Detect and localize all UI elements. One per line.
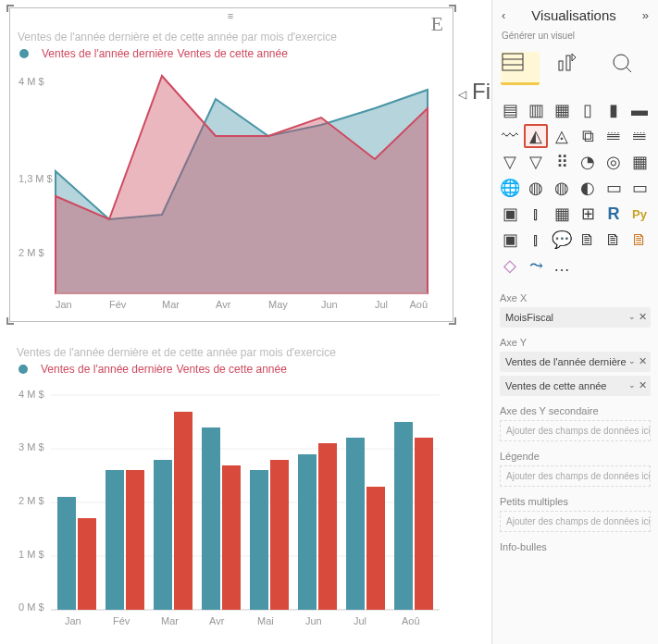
svg-rect-30: [250, 470, 268, 610]
bar-group-jan: [57, 497, 96, 610]
viz-stacked-bar2-icon[interactable]: ▦: [550, 98, 574, 122]
remove-field-icon[interactable]: ✕: [639, 311, 647, 323]
resize-handle-br[interactable]: [449, 317, 456, 325]
bar-group-jul: [346, 438, 385, 610]
viz-column2-icon[interactable]: ▮: [602, 98, 626, 122]
svg-text:Mai: Mai: [257, 615, 274, 626]
viz-decomp-icon[interactable]: ⫿: [524, 228, 548, 252]
bar-group-mar: [154, 412, 192, 610]
chevron-down-icon[interactable]: ⌄: [628, 356, 636, 365]
viz-waterfall2-icon[interactable]: ⩸: [627, 124, 652, 148]
resize-handle-tr[interactable]: [449, 5, 456, 12]
svg-text:1,3 M $: 1,3 M $: [19, 173, 53, 184]
svg-text:Jan: Jan: [65, 615, 81, 626]
viz-paginated2-icon[interactable]: 🗎: [602, 228, 626, 252]
svg-rect-33: [318, 443, 337, 610]
chevron-down-icon[interactable]: ⌄: [628, 380, 636, 390]
filters-collapse-icon[interactable]: ◁: [458, 88, 466, 101]
svg-rect-49: [559, 61, 563, 70]
axis-y-field-1[interactable]: Ventes de l'année dernière ⌄ ✕: [500, 352, 651, 372]
viz-kpi-icon[interactable]: ▣: [498, 202, 522, 226]
axis-x-field[interactable]: MoisFiscal ⌄ ✕: [500, 307, 651, 328]
viz-qna-icon[interactable]: 💬: [550, 228, 574, 252]
svg-rect-50: [566, 56, 570, 70]
viz-gauge-icon[interactable]: ◐: [576, 176, 600, 200]
legend-label-2: Ventes de cette année: [176, 363, 286, 376]
viz-flow-icon[interactable]: ⤳: [524, 254, 548, 278]
chevron-down-icon[interactable]: ⌄: [628, 312, 636, 321]
chart-area-panel[interactable]: ≡ E Ventes de l'année dernière et de cet…: [9, 7, 453, 322]
viz-more-icon[interactable]: …: [550, 254, 574, 278]
pane-subtitle: Générer un visuel: [492, 31, 658, 46]
svg-rect-36: [394, 422, 413, 610]
remove-field-icon[interactable]: ✕: [639, 379, 647, 391]
small-multiples-label: Petits multiples: [492, 490, 658, 507]
viz-waterfall-icon[interactable]: ⩸: [602, 124, 626, 148]
svg-rect-25: [126, 470, 144, 610]
legend-label-1: Ventes de l'année dernière: [41, 363, 172, 376]
viz-table-icon[interactable]: ▦: [550, 202, 574, 226]
resize-handle-bl[interactable]: [6, 317, 14, 325]
viz-scatter-icon[interactable]: ⠿: [550, 150, 574, 174]
viz-shape-map-icon[interactable]: ◍: [550, 176, 574, 200]
viz-pie-icon[interactable]: ◔: [576, 150, 600, 174]
viz-column3-icon[interactable]: ▬: [627, 98, 652, 122]
svg-rect-35: [366, 487, 385, 610]
viz-stacked-area-icon[interactable]: ◬: [550, 124, 574, 148]
viz-clustered-bar-icon[interactable]: ▥: [524, 98, 548, 122]
viz-slicer-icon[interactable]: ⫿: [524, 202, 548, 226]
chevron-left-icon[interactable]: ‹: [502, 8, 505, 22]
bar-group-fev: [106, 470, 144, 610]
viz-line-icon[interactable]: 〰: [498, 124, 522, 148]
remove-field-icon[interactable]: ✕: [639, 355, 647, 367]
visualization-gallery: ▤ ▥ ▦ ▯ ▮ ▬ 〰 ◭ ◬ ⧉ ⩸ ⩸ ▽ ▽ ⠿ ◔ ◎ ▦ 🌐 ◍ …: [492, 93, 658, 287]
viz-matrix-icon[interactable]: ⊞: [576, 202, 600, 226]
svg-text:2 M $: 2 M $: [19, 247, 44, 258]
expand-icon[interactable]: »: [642, 8, 649, 22]
svg-text:Fév: Fév: [109, 299, 127, 310]
viz-funnel-icon[interactable]: ▽: [498, 150, 522, 174]
field-text: Ventes de cette année: [505, 380, 606, 391]
viz-kv-icon[interactable]: ▣: [498, 228, 522, 252]
viz-stacked-bar-icon[interactable]: ▤: [498, 98, 522, 122]
axis-y-secondary-well[interactable]: Ajouter des champs de données ici: [500, 420, 651, 441]
pane-title: Visualisations: [531, 7, 615, 23]
drag-grip[interactable]: ≡: [228, 10, 235, 21]
viz-ribbon-icon[interactable]: ⧉: [576, 124, 600, 148]
legend-swatch-series1: [19, 49, 29, 58]
chart-bar-panel[interactable]: Ventes de l'année dernière et de cette a…: [9, 333, 453, 638]
svg-text:Avr: Avr: [209, 615, 225, 626]
field-text: MoisFiscal: [505, 312, 553, 323]
format-visual-tab[interactable]: [555, 52, 594, 85]
axis-y-field-2[interactable]: Ventes de cette année ⌄ ✕: [500, 376, 651, 396]
tooltips-label: Info-bulles: [492, 536, 658, 552]
viz-card-icon[interactable]: ▭: [602, 176, 626, 200]
resize-handle-tl[interactable]: [6, 5, 14, 12]
small-multiples-well[interactable]: Ajouter des champs de données ici: [500, 511, 651, 532]
viz-area-icon[interactable]: ◭: [524, 124, 548, 148]
viz-report-icon[interactable]: 🗎: [627, 228, 652, 252]
analytics-tab[interactable]: [611, 52, 650, 85]
legend-well[interactable]: Ajouter des champs de données ici: [500, 465, 651, 487]
chart-options-icon[interactable]: E: [431, 12, 443, 36]
viz-multirow-card-icon[interactable]: ▭: [627, 176, 652, 200]
viz-donut-icon[interactable]: ◎: [602, 150, 626, 174]
viz-treemap-icon[interactable]: ▦: [627, 150, 652, 174]
viz-py-icon[interactable]: Py: [627, 202, 652, 226]
viz-filled-map-icon[interactable]: ◍: [524, 176, 548, 200]
legend-label-1: Ventes de l'année dernière: [42, 47, 173, 60]
viz-funnel2-icon[interactable]: ▽: [524, 150, 548, 174]
field-text: Ventes de l'année dernière: [505, 356, 627, 367]
build-visual-tab[interactable]: [501, 52, 540, 85]
visualizations-pane: ‹ Visualisations » Générer un visuel ▤ ▥…: [491, 0, 658, 644]
svg-text:2 M $: 2 M $: [19, 495, 44, 506]
viz-paginated-icon[interactable]: 🗎: [576, 228, 600, 252]
svg-text:Aoû: Aoû: [409, 299, 428, 310]
viz-r-icon[interactable]: R: [602, 202, 626, 226]
viz-map-icon[interactable]: 🌐: [498, 176, 522, 200]
area-chart-svg: 4 M $ 1,3 M $ 2 M $ Jan Fév Mar Avr May …: [18, 71, 445, 312]
viz-column-icon[interactable]: ▯: [576, 98, 600, 122]
viz-custom-icon[interactable]: ◇: [498, 254, 522, 278]
svg-text:3 M $: 3 M $: [19, 441, 44, 452]
svg-line-52: [626, 67, 631, 72]
